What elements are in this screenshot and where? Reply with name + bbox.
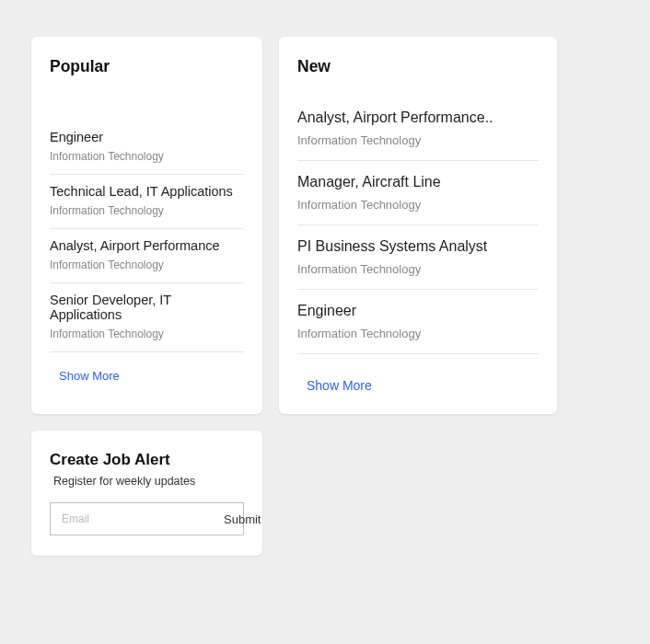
job-category: Information Technology [50,259,244,271]
email-input[interactable] [51,512,211,525]
new-show-more[interactable]: Show More [297,378,372,393]
job-category: Information Technology [50,204,244,217]
popular-jobs-card: Popular Engineer Information Technology … [31,37,262,414]
job-item[interactable]: Engineer Information Technology [297,290,539,354]
job-item[interactable]: Analyst, Airport Performance Information… [50,229,244,283]
submit-button[interactable]: Submit [211,503,273,535]
new-jobs-card: New Analyst, Airport Performance.. Infor… [279,37,557,414]
new-title: New [297,57,539,76]
job-item[interactable]: Technical Lead, IT Applications Informat… [50,175,244,229]
job-item[interactable]: Analyst, Airport Performance.. Informati… [297,97,539,161]
job-category: Information Technology [297,133,539,147]
job-title: Engineer [50,130,244,144]
job-item[interactable]: Engineer Information Technology [50,121,244,175]
job-title: Senior Developer, IT Applications [50,293,244,322]
job-title: Manager, Aircraft Line [297,174,539,190]
popular-list: Engineer Information Technology Technica… [50,121,244,352]
new-list: Analyst, Airport Performance.. Informati… [297,97,539,354]
email-form: Submit [50,502,244,535]
job-category: Information Technology [297,327,539,340]
job-category: Information Technology [297,262,539,276]
job-title: Analyst, Airport Performance.. [297,109,539,126]
job-item[interactable]: PI Business Systems Analyst Information … [297,225,539,290]
popular-show-more[interactable]: Show More [50,369,120,383]
job-item[interactable]: Senior Developer, IT Applications Inform… [50,283,244,352]
job-category: Information Technology [50,328,244,340]
alert-title: Create Job Alert [50,451,244,469]
job-title: Engineer [297,303,539,319]
create-job-alert-card: Create Job Alert Register for weekly upd… [31,431,262,556]
popular-title: Popular [50,57,244,76]
job-category: Information Technology [297,198,539,212]
job-title: Analyst, Airport Performance [50,238,244,253]
alert-subtitle: Register for weekly updates [50,475,244,488]
job-item[interactable]: Manager, Aircraft Line Information Techn… [297,161,539,225]
job-title: Technical Lead, IT Applications [50,184,244,199]
job-title: PI Business Systems Analyst [297,238,539,255]
job-category: Information Technology [50,150,244,163]
